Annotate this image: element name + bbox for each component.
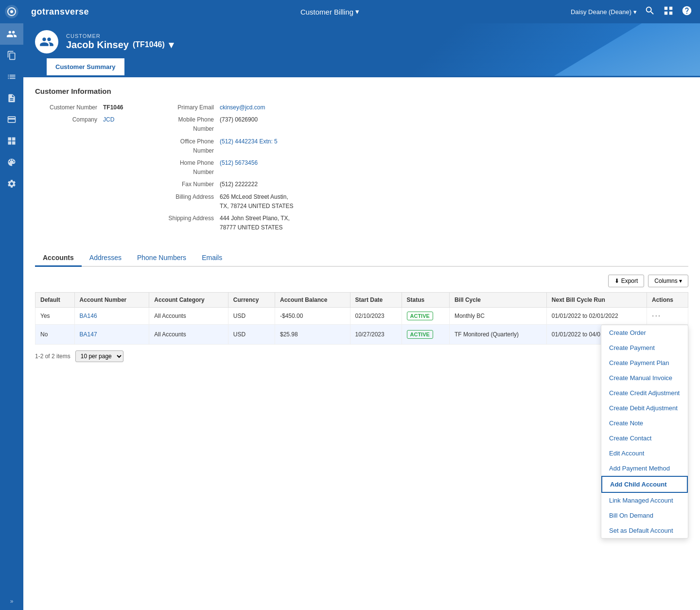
help-icon[interactable] [682, 5, 692, 18]
menu-item-create-payment[interactable]: Create Payment [601, 340, 688, 355]
export-button[interactable]: ⬇ Export [608, 275, 644, 287]
nav-center-label: Customer Billing [300, 8, 353, 16]
tab-customer-summary[interactable]: Customer Summary [47, 58, 124, 77]
cell-balance: -$450.00 [275, 308, 350, 325]
nav-palette-icon[interactable] [0, 152, 23, 173]
value-shipping-address: 444 John Street Plano, TX,78777 UNITED S… [220, 214, 290, 232]
cell-default: No [35, 325, 75, 345]
top-header: gotransverse Customer Billing ▾ Daisy De… [23, 0, 700, 23]
menu-item-add-child-account[interactable]: Add Child Account [601, 476, 688, 493]
cell-account-category: All Accounts [149, 325, 228, 345]
customer-id: (TF1046) [133, 40, 165, 49]
customer-info: CUSTOMER Jacob Kinsey (TF1046) ▾ [66, 33, 174, 51]
col-bill-cycle: Bill Cycle [449, 293, 546, 308]
col-start-date: Start Date [350, 293, 402, 308]
user-name: Daisy Deane (Deane) [571, 8, 631, 16]
cell-currency: USD [228, 308, 275, 325]
label-shipping-address: Shipping Address [152, 214, 220, 223]
menu-item-set-default-account[interactable]: Set as Default Account [601, 523, 688, 538]
user-dropdown-arrow: ▾ [633, 8, 637, 16]
nav-settings-icon[interactable] [0, 173, 23, 194]
cell-actions[interactable]: ··· [647, 308, 688, 325]
menu-item-create-note[interactable]: Create Note [601, 416, 688, 431]
info-row-home-phone: Home PhoneNumber (512) 5673456 [152, 158, 688, 177]
col-default: Default [35, 293, 75, 308]
customer-header: CUSTOMER Jacob Kinsey (TF1046) ▾ Custome… [23, 23, 700, 76]
cell-account-number[interactable]: BA147 [74, 325, 149, 345]
label-billing-address: Billing Address [152, 192, 220, 202]
nav-expand-button[interactable]: » [0, 593, 23, 610]
cell-balance: $25.98 [275, 325, 350, 345]
value-company[interactable]: JCD [103, 115, 114, 124]
per-page-select[interactable]: 10 per page 25 per page 50 per page [75, 350, 123, 362]
info-left-column: Customer Number TF1046 Company JCD [35, 103, 132, 235]
label-office-phone: Office PhoneNumber [152, 137, 220, 156]
col-account-category: Account Category [149, 293, 228, 308]
value-home-phone[interactable]: (512) 5673456 [220, 158, 258, 168]
menu-item-create-debit-adjustment[interactable]: Create Debit Adjustment [601, 401, 688, 416]
col-currency: Currency [228, 293, 275, 308]
content-area: CUSTOMER Jacob Kinsey (TF1046) ▾ Custome… [23, 23, 700, 610]
nav-list-icon[interactable] [0, 66, 23, 87]
section-tab-emails[interactable]: Emails [194, 250, 230, 267]
header-right-tools: Daisy Deane (Deane) ▾ [571, 5, 692, 18]
value-primary-email[interactable]: ckinsey@jcd.com [220, 103, 265, 112]
cell-start-date: 02/10/2023 [350, 308, 402, 325]
nav-grid-icon[interactable] [0, 130, 23, 152]
cell-account-category: All Accounts [149, 308, 228, 325]
app-logo[interactable] [0, 0, 23, 23]
nav-copy-icon[interactable] [0, 45, 23, 66]
row-actions-button-1[interactable]: ··· [652, 312, 661, 320]
menu-item-create-contact[interactable]: Create Contact [601, 431, 688, 446]
pagination-bar: 1-2 of 2 items 10 per page 25 per page 5… [35, 350, 688, 362]
status-badge: ACTIVE [407, 330, 433, 339]
menu-item-bill-on-demand[interactable]: Bill On Demand [601, 508, 688, 523]
info-row-fax: Fax Number (512) 2222222 [152, 180, 688, 189]
value-fax: (512) 2222222 [220, 180, 258, 189]
customer-name: Jacob Kinsey (TF1046) ▾ [66, 39, 174, 51]
label-fax: Fax Number [152, 180, 220, 189]
columns-button[interactable]: Columns ▾ [648, 275, 688, 287]
search-icon[interactable] [645, 5, 655, 18]
page-content: Customer Information Customer Number TF1… [23, 77, 700, 372]
nav-center-menu[interactable]: Customer Billing ▾ [300, 7, 359, 16]
grid-icon[interactable] [663, 5, 674, 18]
table-row: Yes BA146 All Accounts USD -$450.00 02/1… [35, 308, 688, 325]
menu-item-create-manual-invoice[interactable]: Create Manual Invoice [601, 370, 688, 385]
info-right-column: Primary Email ckinsey@jcd.com Mobile Pho… [152, 103, 688, 235]
label-home-phone: Home PhoneNumber [152, 158, 220, 177]
nav-document-icon[interactable] [0, 87, 23, 109]
section-tab-phone-numbers[interactable]: Phone Numbers [129, 250, 194, 267]
nav-card-icon[interactable] [0, 109, 23, 130]
customer-dropdown-arrow[interactable]: ▾ [169, 39, 174, 51]
main-area: gotransverse Customer Billing ▾ Daisy De… [23, 0, 700, 610]
col-actions: Actions [647, 293, 688, 308]
cell-start-date: 10/27/2023 [350, 325, 402, 345]
label-company: Company [35, 115, 103, 124]
user-menu[interactable]: Daisy Deane (Deane) ▾ [571, 8, 637, 16]
section-tab-addresses[interactable]: Addresses [82, 250, 129, 267]
menu-item-create-credit-adjustment[interactable]: Create Credit Adjustment [601, 385, 688, 401]
cell-account-number[interactable]: BA146 [74, 308, 149, 325]
value-office-phone[interactable]: (512) 4442234 Extn: 5 [220, 137, 278, 146]
customer-info-title: Customer Information [35, 87, 688, 95]
info-row-primary-email: Primary Email ckinsey@jcd.com [152, 103, 688, 112]
menu-item-create-payment-plan[interactable]: Create Payment Plan [601, 355, 688, 370]
accounts-table: Default Account Number Account Category … [35, 292, 688, 345]
table-row: No BA147 All Accounts USD $25.98 10/27/2… [35, 325, 688, 345]
svg-point-2 [10, 10, 13, 13]
cell-bill-cycle: TF Monitored (Quarterly) [449, 325, 546, 345]
menu-item-edit-account[interactable]: Edit Account [601, 446, 688, 461]
value-customer-number: TF1046 [103, 103, 123, 112]
menu-item-add-payment-method[interactable]: Add Payment Method [601, 461, 688, 476]
menu-item-create-order[interactable]: Create Order [601, 325, 688, 340]
cell-status: ACTIVE [402, 308, 449, 325]
menu-item-link-managed-account[interactable]: Link Managed Account [601, 493, 688, 508]
section-tab-accounts[interactable]: Accounts [35, 250, 82, 267]
table-header-row: Default Account Number Account Category … [35, 293, 688, 308]
pagination-info-text: 1-2 of 2 items [35, 353, 70, 360]
col-next-bill-cycle: Next Bill Cycle Run [546, 293, 647, 308]
cell-bill-cycle: Monthly BC [449, 308, 546, 325]
nav-center-arrow: ▾ [355, 7, 359, 16]
nav-people-icon[interactable] [0, 23, 23, 45]
